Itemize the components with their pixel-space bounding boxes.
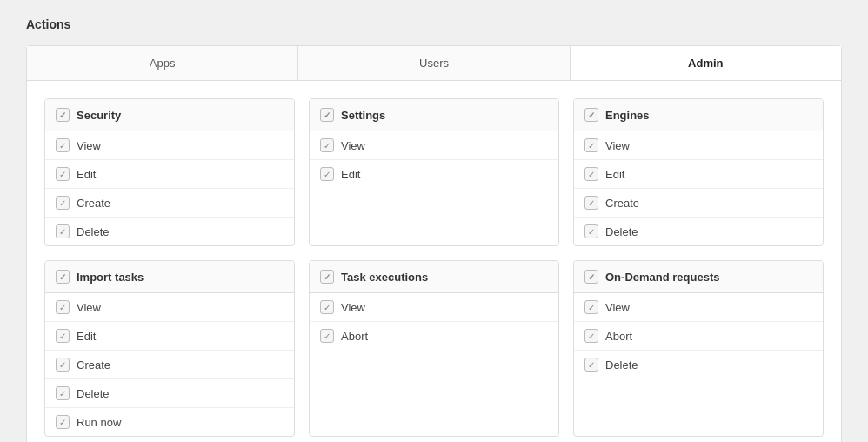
perm-item: Delete <box>574 351 823 378</box>
perm-group-title: Engines <box>605 109 650 122</box>
perm-item-checkbox[interactable] <box>584 224 598 238</box>
perm-item-label: Delete <box>77 387 110 400</box>
tab-content: SecurityViewEditCreateDeleteSettingsView… <box>27 81 841 442</box>
perm-item: Edit <box>45 322 294 351</box>
perm-card-settings: SettingsViewEdit <box>309 98 559 246</box>
perm-item-label: Edit <box>605 168 624 181</box>
perm-item-checkbox[interactable] <box>56 415 70 429</box>
perm-item-checkbox[interactable] <box>56 300 70 314</box>
tab-apps[interactable]: Apps <box>27 46 298 80</box>
perm-item: Delete <box>45 218 294 245</box>
perm-item: Edit <box>574 160 823 189</box>
perm-item: View <box>310 293 558 322</box>
perm-group-title: Settings <box>341 109 385 122</box>
perm-card-on-demand-requests: On-Demand requestsViewAbortDelete <box>573 260 824 437</box>
perm-item: Create <box>45 351 294 379</box>
perm-item-checkbox[interactable] <box>320 329 334 343</box>
perm-header-checkbox[interactable] <box>320 108 334 122</box>
perm-item-checkbox[interactable] <box>584 329 598 343</box>
main-card: Apps Users Admin SecurityViewEditCreateD… <box>26 45 842 442</box>
perm-header-checkbox[interactable] <box>56 270 70 284</box>
perm-item-checkbox[interactable] <box>584 300 598 314</box>
perm-card-header: Security <box>45 99 294 131</box>
perm-card-header: Engines <box>574 99 823 131</box>
perm-item-label: View <box>605 139 630 152</box>
perm-item-checkbox[interactable] <box>56 196 70 210</box>
perm-item: Edit <box>310 160 558 188</box>
perm-item-label: Delete <box>605 225 638 238</box>
perm-item-checkbox[interactable] <box>320 167 334 181</box>
perm-item: View <box>45 293 294 322</box>
perm-item-checkbox[interactable] <box>56 224 70 238</box>
perm-item-checkbox[interactable] <box>584 138 598 152</box>
perm-item-label: Run now <box>77 416 121 429</box>
perm-item-label: Abort <box>605 330 632 343</box>
perm-item: Delete <box>45 379 294 408</box>
perm-item-label: View <box>77 301 101 314</box>
perm-item-label: Edit <box>341 168 360 181</box>
perm-item-checkbox[interactable] <box>584 167 598 181</box>
perm-header-checkbox[interactable] <box>320 270 334 284</box>
perm-card-engines: EnginesViewEditCreateDelete <box>573 98 824 246</box>
perm-group-title: Security <box>77 109 121 122</box>
perm-item: Abort <box>574 322 823 351</box>
perm-item-label: View <box>605 301 630 314</box>
perm-item-checkbox[interactable] <box>56 358 70 372</box>
page: Actions Apps Users Admin SecurityViewEdi… <box>0 0 868 442</box>
perm-item-checkbox[interactable] <box>56 386 70 400</box>
perm-header-checkbox[interactable] <box>584 108 598 122</box>
perm-card-security: SecurityViewEditCreateDelete <box>44 98 295 246</box>
perm-item: View <box>574 293 823 322</box>
perm-card-import-tasks: Import tasksViewEditCreateDeleteRun now <box>44 260 295 437</box>
perm-item: View <box>45 131 294 160</box>
perm-card-task-executions: Task executionsViewAbort <box>309 260 559 437</box>
perm-item-label: View <box>77 139 101 152</box>
perm-item-label: Edit <box>77 330 96 343</box>
perm-item-label: Create <box>77 358 110 372</box>
tab-users[interactable]: Users <box>298 46 570 80</box>
perm-item: Run now <box>45 408 294 436</box>
perm-item: View <box>574 131 823 160</box>
perm-item-label: Edit <box>77 168 96 181</box>
perm-item: Delete <box>574 218 823 245</box>
perm-item-checkbox[interactable] <box>56 138 70 152</box>
perm-group-title: Import tasks <box>77 271 144 284</box>
perm-header-checkbox[interactable] <box>584 270 598 284</box>
perm-item-label: View <box>341 301 365 314</box>
perm-item-checkbox[interactable] <box>320 300 334 314</box>
perm-card-header: Import tasks <box>45 261 294 293</box>
perm-item: Abort <box>310 322 558 350</box>
perm-item: Edit <box>45 160 294 189</box>
perm-group-title: Task executions <box>341 271 428 284</box>
perm-header-checkbox[interactable] <box>56 108 70 122</box>
perm-item: Create <box>45 189 294 218</box>
perm-item-checkbox[interactable] <box>56 167 70 181</box>
perm-item-checkbox[interactable] <box>56 329 70 343</box>
perm-item-checkbox[interactable] <box>584 358 598 372</box>
actions-label: Actions <box>26 17 842 31</box>
perm-item-label: Abort <box>341 330 368 343</box>
perm-item-label: Create <box>605 197 639 210</box>
perm-item-checkbox[interactable] <box>584 196 598 210</box>
perm-item: Create <box>574 189 823 218</box>
perm-group-title: On-Demand requests <box>605 271 719 284</box>
permissions-grid: SecurityViewEditCreateDeleteSettingsView… <box>44 98 824 437</box>
perm-item-label: Delete <box>605 358 638 372</box>
tab-admin[interactable]: Admin <box>571 46 841 80</box>
perm-item-label: Delete <box>77 225 110 238</box>
perm-card-header: Settings <box>310 99 558 131</box>
perm-item: View <box>310 131 558 160</box>
perm-item-checkbox[interactable] <box>320 138 334 152</box>
tabs-bar: Apps Users Admin <box>27 46 841 81</box>
perm-item-label: Create <box>77 197 110 210</box>
perm-card-header: Task executions <box>310 261 558 293</box>
perm-item-label: View <box>341 139 365 152</box>
perm-card-header: On-Demand requests <box>574 261 823 293</box>
